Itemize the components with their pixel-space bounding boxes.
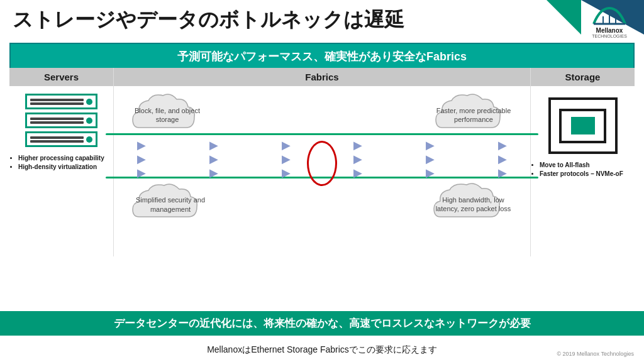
- storage-icon: [548, 97, 618, 154]
- storage-center: [571, 117, 595, 134]
- cloud-faster-text: Faster, more predictable performance: [430, 101, 518, 129]
- cloud-high-bandwidth: High bandwidth, low latency, zero packet…: [428, 176, 519, 233]
- slide: Mellanox TECHNOLOGIES ストレージやデータのボトルネックは遅…: [0, 0, 644, 362]
- arrow-icon: ▶: [426, 166, 435, 180]
- arrow-icon: ▶: [209, 152, 218, 166]
- arrow-icon: ▶: [426, 138, 435, 152]
- storage-inner-border: [559, 109, 606, 143]
- arrow-icon: ▶: [137, 138, 146, 152]
- arrow-icon: ▶: [498, 152, 507, 166]
- storage-bullet-1: Move to All-flash: [540, 162, 635, 168]
- copyright: © 2019 Mellanox Technologies: [557, 351, 634, 357]
- arrow-icon: ▶: [209, 138, 218, 152]
- cloud-simplified-security: Simplified security and management: [126, 178, 214, 231]
- arrow-icon: ▶: [353, 152, 362, 166]
- arrow-icon: ▶: [282, 152, 291, 166]
- footer-text: MellanoxはEthernet Storage Fabricsでこの要求に応…: [207, 344, 437, 354]
- server-row-1: [25, 94, 97, 109]
- fabrics-header: Fabrics: [114, 68, 530, 86]
- cloud-block-text: Block, file, and object storage: [126, 101, 208, 129]
- banner-text: 予測可能なパフォーマスス、確実性があり安全なFabrics: [177, 50, 467, 63]
- cloud-bandwidth-text: High bandwidth, low latency, zero packet…: [428, 190, 519, 219]
- arrow-icon: ▶: [353, 138, 362, 152]
- arrow-icon: ▶: [282, 138, 291, 152]
- storage-column: Storage Move to All-flash Faster protoco…: [531, 68, 635, 256]
- bottom-banner: データセンターの近代化には、将来性の確かな、高速でロスレスなネットワークが必要: [0, 311, 644, 336]
- server-row-3: [25, 131, 97, 147]
- servers-bullets: Higher processing capability High-densit…: [9, 155, 113, 170]
- footer: MellanoxはEthernet Storage Fabricsでこの要求に応…: [0, 344, 644, 356]
- server-row-2: [25, 112, 97, 128]
- storage-header: Storage: [531, 68, 635, 86]
- arrow-icon: ▶: [498, 166, 507, 180]
- storage-bullets: Move to All-flash Faster protocols – NVM…: [531, 162, 635, 177]
- top-banner: 予測可能なパフォーマスス、確実性があり安全なFabrics: [9, 43, 635, 70]
- columns-container: Servers: [9, 68, 635, 256]
- logo-name: Mellanox: [596, 27, 623, 34]
- cloud-simplified-text: Simplified security and management: [126, 190, 214, 219]
- arrow-icon: ▶: [498, 138, 507, 152]
- logo-area: Mellanox TECHNOLOGIES: [584, 5, 635, 43]
- servers-column: Servers: [9, 68, 113, 256]
- servers-header: Servers: [9, 68, 113, 86]
- storage-bullet-2: Faster protocols – NVMe-oF: [540, 170, 635, 177]
- server-bullet-2: High-density virtualization: [18, 163, 113, 170]
- arrow-icon: ▶: [426, 152, 435, 166]
- servers-icon: [25, 94, 97, 147]
- arrow-icon: ▶: [282, 166, 291, 180]
- bottleneck-oval: [307, 141, 337, 186]
- arrow-icon: ▶: [137, 152, 146, 166]
- bottom-banner-text: データセンターの近代化には、将来性の確かな、高速でロスレスなネットワークが必要: [114, 317, 531, 329]
- page-title: ストレージやデータのボトルネックは遅延: [13, 6, 404, 34]
- logo-subtext: TECHNOLOGIES: [592, 34, 627, 38]
- arrow-icon: ▶: [209, 166, 218, 180]
- server-bullet-1: Higher processing capability: [18, 155, 113, 162]
- green-line-top: [106, 133, 538, 135]
- mellanox-logo-icon: [591, 5, 628, 27]
- arrow-icon: ▶: [353, 166, 362, 180]
- arrow-icon: ▶: [137, 166, 146, 180]
- corner-decoration-teal: [547, 0, 581, 35]
